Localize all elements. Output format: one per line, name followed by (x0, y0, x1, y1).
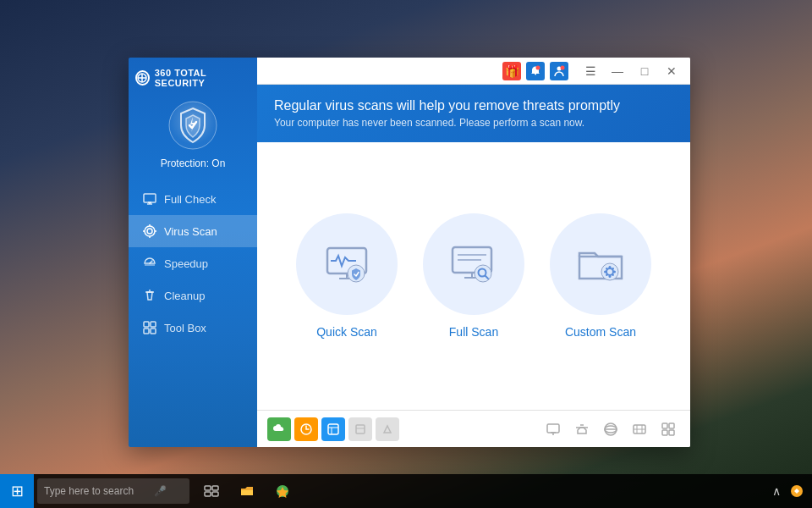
app-window: 360 TOTAL SECURITY (129, 58, 690, 447)
svg-rect-72 (212, 486, 218, 490)
app-brand: 360 TOTAL SECURITY (155, 68, 250, 88)
svg-rect-70 (669, 430, 674, 435)
minimize-button[interactable]: — (606, 59, 629, 83)
full-scan-option[interactable]: Full Scan (423, 213, 524, 339)
svg-rect-71 (205, 486, 211, 490)
svg-point-45 (606, 268, 607, 269)
custom-scan-label: Custom Scan (565, 325, 636, 339)
svg-point-44 (613, 271, 616, 273)
bottom-tool-1[interactable] (541, 417, 565, 441)
maximize-button[interactable]: □ (633, 59, 656, 83)
svg-point-48 (612, 268, 614, 269)
svg-rect-53 (356, 425, 365, 433)
sidebar-item-speedup[interactable]: Speedup (129, 247, 257, 279)
svg-point-43 (604, 271, 606, 273)
tools-icon-gray1[interactable] (348, 417, 372, 441)
svg-point-8 (145, 226, 155, 236)
search-input[interactable] (44, 485, 154, 497)
sidebar: 360 TOTAL SECURITY (129, 58, 257, 447)
desktop: 360 TOTAL SECURITY (0, 0, 812, 508)
sidebar-label-full-check: Full Check (164, 193, 216, 206)
360-tray-icon[interactable] (788, 483, 805, 500)
cloud-icon[interactable] (267, 417, 291, 441)
svg-rect-19 (151, 322, 156, 327)
svg-point-24 (561, 65, 565, 69)
svg-rect-4 (144, 194, 156, 202)
tray-chevron-icon[interactable]: ∧ (768, 483, 785, 500)
task-view-icon[interactable] (195, 474, 228, 508)
svg-rect-69 (662, 430, 667, 435)
svg-point-42 (609, 275, 612, 278)
toolbox-icon (142, 320, 157, 335)
sidebar-label-toolbox: Tool Box (164, 322, 206, 334)
sidebar-item-cleanup[interactable]: Cleanup (129, 279, 257, 312)
hamburger-menu-icon[interactable]: ☰ (579, 59, 602, 83)
svg-point-22 (536, 65, 540, 69)
app-shortcut-icon[interactable] (266, 474, 299, 508)
bottom-bar (257, 410, 690, 447)
sidebar-item-full-check[interactable]: Full Check (129, 183, 257, 215)
full-scan-label: Full Scan (449, 325, 498, 339)
scan-options-area: Quick Scan (257, 142, 690, 410)
sidebar-item-virus-scan[interactable]: Virus Scan (129, 215, 257, 247)
svg-rect-67 (662, 423, 667, 428)
svg-rect-73 (205, 492, 211, 496)
sidebar-label-cleanup: Cleanup (164, 290, 205, 302)
svg-rect-50 (328, 424, 338, 434)
full-check-icon (142, 191, 157, 207)
custom-scan-circle (550, 213, 651, 315)
banner-title: Regular virus scans will help you remove… (274, 98, 673, 113)
gift-icon[interactable]: 🎁 (502, 62, 521, 80)
notification-icon[interactable] (526, 62, 545, 80)
taskbar: ⊞ 🎤 (0, 474, 812, 508)
quick-access-icons (267, 417, 399, 441)
taskbar-system-tray: ∧ (768, 483, 812, 500)
svg-point-36 (475, 265, 491, 282)
bottom-tool-5[interactable] (656, 417, 680, 441)
sandbox-icon[interactable] (321, 417, 345, 441)
full-scan-circle (423, 213, 524, 315)
info-banner: Regular virus scans will help you remove… (257, 85, 690, 142)
virus-scan-icon (142, 224, 157, 239)
svg-point-41 (609, 266, 612, 268)
banner-subtitle: Your computer has never been scanned. Pl… (274, 117, 673, 129)
main-content: 🎁 (257, 58, 690, 447)
shield-logo (166, 98, 220, 152)
speedup-icon (142, 256, 157, 271)
svg-rect-74 (212, 492, 218, 496)
quick-scan-circle (296, 213, 398, 315)
sidebar-label-virus-scan: Virus Scan (164, 225, 217, 238)
title-bar: 🎁 (257, 58, 690, 85)
close-button[interactable]: ✕ (660, 59, 683, 83)
svg-rect-68 (669, 423, 674, 428)
mic-icon: 🎤 (154, 485, 167, 497)
app-toolbar-icons: 🎁 (502, 62, 568, 80)
account-icon[interactable] (550, 62, 568, 80)
quick-scan-option[interactable]: Quick Scan (296, 213, 398, 339)
svg-point-9 (147, 229, 152, 234)
svg-rect-18 (144, 322, 149, 327)
quick-scan-label: Quick Scan (316, 325, 377, 339)
svg-rect-20 (144, 329, 149, 334)
svg-rect-21 (151, 329, 156, 334)
sidebar-item-toolbox[interactable]: Tool Box (129, 312, 257, 344)
custom-scan-option[interactable]: Custom Scan (550, 213, 651, 339)
file-explorer-icon[interactable] (230, 474, 264, 508)
tools-icon-gray2[interactable] (376, 417, 399, 441)
svg-point-47 (606, 274, 607, 276)
taskbar-search-box[interactable]: 🎤 (37, 478, 189, 504)
logo-icon (135, 70, 150, 86)
taskbar-pinned-icons (195, 474, 299, 508)
svg-point-46 (612, 274, 614, 276)
bottom-right-tools (541, 417, 680, 441)
svg-rect-55 (547, 424, 559, 433)
bottom-tool-3[interactable] (599, 417, 623, 441)
speedup-quick-icon[interactable] (294, 417, 318, 441)
start-button[interactable]: ⊞ (0, 474, 34, 508)
sidebar-label-speedup: Speedup (164, 257, 208, 270)
protection-status-label: Protection: On (161, 157, 226, 169)
cleanup-icon (142, 288, 157, 303)
sidebar-nav: Full Check Virus Scan (129, 183, 257, 447)
bottom-tool-4[interactable] (628, 417, 651, 441)
bottom-tool-2[interactable] (570, 417, 594, 441)
